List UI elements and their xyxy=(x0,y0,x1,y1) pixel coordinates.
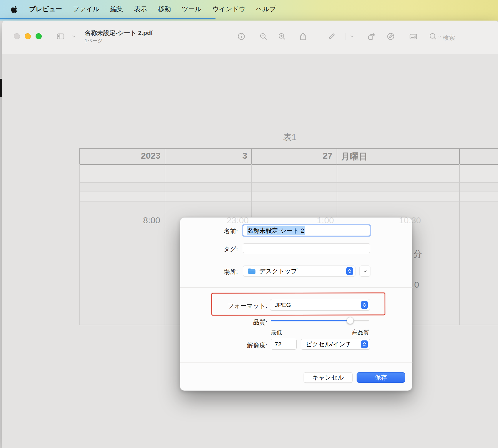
table-line xyxy=(459,148,460,164)
ghost-time-cell: 10:30 xyxy=(395,215,421,225)
location-expand-button[interactable] xyxy=(360,266,370,276)
table-line xyxy=(79,148,80,164)
table-line xyxy=(459,164,460,325)
rotate-icon[interactable] xyxy=(366,31,377,42)
menu-bar: プレビュー ファイル 編集 表示 移動 ツール ウインドウ ヘルプ xyxy=(0,0,498,18)
name-input[interactable]: 名称未設定-シート 2 xyxy=(243,225,370,236)
toolbar-separator xyxy=(345,33,345,40)
dialog-divider xyxy=(180,362,412,363)
markup-chevron-down-icon[interactable] xyxy=(348,31,356,42)
location-popup[interactable]: デスクトップ xyxy=(243,266,355,276)
minimize-button[interactable] xyxy=(25,33,31,39)
save-dialog: 名前: 名称未設定-シート 2 タグ: 場所: デスクトップ フォーマット: J… xyxy=(180,217,412,391)
cancel-button[interactable]: キャンセル xyxy=(304,372,352,383)
table-title: 表1 xyxy=(283,132,296,143)
markup-pencil-icon[interactable] xyxy=(326,31,337,42)
search-chevron-down-icon[interactable] xyxy=(436,31,443,42)
zoom-button[interactable] xyxy=(36,33,42,39)
menu-item-window[interactable]: ウインドウ xyxy=(212,5,245,14)
quality-label: 品質: xyxy=(180,318,267,326)
menu-item-help[interactable]: ヘルプ xyxy=(256,5,276,14)
quality-slider-fill xyxy=(271,320,350,321)
table-line xyxy=(79,201,498,202)
table-line xyxy=(79,182,498,183)
table-line xyxy=(79,192,498,192)
annotate-pen-icon[interactable] xyxy=(385,31,396,42)
menu-item-preview[interactable]: プレビュー xyxy=(29,5,62,14)
resolution-value: 72 xyxy=(275,341,281,348)
menu-item-file[interactable]: ファイル xyxy=(73,5,99,14)
table-header-cell: 2023 xyxy=(91,151,161,161)
close-button[interactable] xyxy=(14,33,20,39)
resolution-popup-stepper-icon xyxy=(361,340,368,348)
folder-icon xyxy=(248,268,256,274)
table-line xyxy=(79,164,80,325)
resolution-label: 解像度: xyxy=(180,341,267,349)
quality-max-label: 高品質 xyxy=(327,328,369,336)
info-icon[interactable] xyxy=(236,31,247,42)
table-line xyxy=(79,148,498,149)
resolution-unit-value: ピクセル/インチ xyxy=(306,340,352,348)
location-label: 場所: xyxy=(180,268,238,276)
table-line xyxy=(337,148,337,164)
red-annotation-box xyxy=(211,292,385,316)
quality-slider[interactable] xyxy=(271,317,369,324)
save-button[interactable]: 保存 xyxy=(357,372,405,383)
table-fragment: 0 xyxy=(414,280,419,290)
window-title: 名称未設定-シート 2.pdf xyxy=(85,29,153,37)
ghost-time-cell: 23:00 xyxy=(223,215,249,225)
table-fragment: 分 xyxy=(413,248,422,260)
location-popup-stepper-icon xyxy=(346,267,353,275)
table-line xyxy=(165,164,165,325)
quality-min-label: 最低 xyxy=(271,328,282,336)
quality-slider-knob[interactable] xyxy=(347,317,354,324)
apple-icon[interactable] xyxy=(11,5,18,13)
table-line xyxy=(165,148,165,164)
zoom-in-icon[interactable] xyxy=(277,31,287,42)
fill-sign-icon[interactable] xyxy=(408,31,419,42)
table-header-cell: 27 xyxy=(264,151,332,161)
zoom-out-icon[interactable] xyxy=(258,31,269,42)
search-field[interactable]: 検索 xyxy=(443,33,455,42)
location-value: デスクトップ xyxy=(259,267,297,275)
menu-item-tools[interactable]: ツール xyxy=(182,5,201,14)
table-line xyxy=(79,164,498,165)
tags-input[interactable] xyxy=(243,243,370,253)
sidebar-toggle-icon[interactable] xyxy=(55,31,66,42)
tags-label: タグ: xyxy=(180,245,238,253)
share-icon[interactable] xyxy=(298,31,308,42)
menu-item-view[interactable]: 表示 xyxy=(134,5,147,14)
ghost-time-cell: 1:00 xyxy=(311,215,334,225)
background-dark-sliver xyxy=(0,79,2,97)
menu-item-go[interactable]: 移動 xyxy=(158,5,171,14)
dialog-divider xyxy=(180,287,412,288)
table-band xyxy=(79,164,498,182)
table-header-cell: 月曜日 xyxy=(341,151,367,163)
name-input-selected-text: 名称未設定-シート 2 xyxy=(247,226,305,235)
resolution-input[interactable]: 72 xyxy=(271,339,297,350)
resolution-unit-popup[interactable]: ピクセル/インチ xyxy=(301,339,370,350)
sidebar-chevron-down-icon[interactable] xyxy=(70,31,78,42)
table-header-cell: 3 xyxy=(179,151,247,161)
table-band xyxy=(79,192,498,201)
table-time-cell: 8:00 xyxy=(123,215,160,225)
page-count: 1ページ xyxy=(85,37,103,44)
table-line xyxy=(251,148,252,164)
menu-item-edit[interactable]: 編集 xyxy=(110,5,123,14)
name-label: 名前: xyxy=(180,227,238,235)
